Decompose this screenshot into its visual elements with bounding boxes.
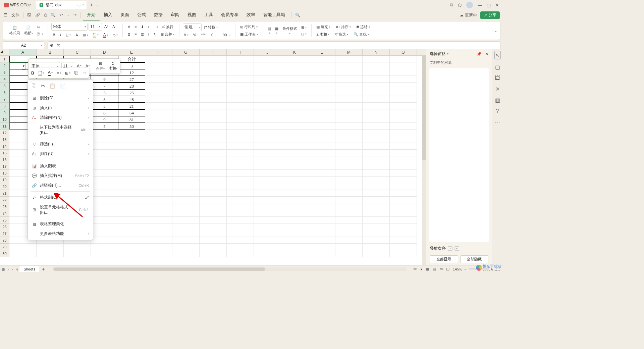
cell[interactable] <box>390 163 417 170</box>
cube-icon[interactable]: ⬡ <box>458 3 462 8</box>
cell[interactable] <box>281 89 308 96</box>
cell[interactable] <box>254 103 281 109</box>
col-header-H[interactable]: H <box>200 49 227 55</box>
cell[interactable] <box>145 230 172 237</box>
view-pagebreak-icon[interactable]: ▤ <box>433 267 436 271</box>
filter-button[interactable]: ▽ 筛选▾ <box>333 31 350 38</box>
border-button[interactable]: ⊞▾ <box>82 32 90 38</box>
tab-data[interactable]: 数据 <box>150 10 167 20</box>
col-header-A[interactable]: A <box>9 49 37 55</box>
wrap-button[interactable]: ⏎ 换行 <box>161 24 175 30</box>
cell[interactable] <box>390 69 417 76</box>
freeze-button[interactable]: ✱ 冻结▾ <box>355 24 371 30</box>
orientation[interactable]: ↻ <box>152 31 158 38</box>
cell[interactable] <box>281 183 308 190</box>
cm-copy-icon[interactable]: ⿻ <box>32 83 37 89</box>
row-header[interactable]: 9 <box>0 109 9 116</box>
cell[interactable] <box>363 183 390 190</box>
tab-smart[interactable]: 智能工具箱 <box>259 10 289 20</box>
cell[interactable] <box>254 183 281 190</box>
row-header[interactable]: 5 <box>0 83 9 89</box>
cell[interactable] <box>254 217 281 223</box>
row-header[interactable]: 27 <box>0 230 9 237</box>
cell[interactable] <box>91 217 118 223</box>
pin-icon[interactable]: 📌 <box>477 52 482 56</box>
cell[interactable] <box>227 237 254 244</box>
cell[interactable] <box>390 170 417 177</box>
cell[interactable] <box>308 150 335 156</box>
row-header[interactable]: 29 <box>0 244 9 250</box>
cell[interactable] <box>335 96 363 103</box>
cell[interactable] <box>227 116 254 123</box>
row-header[interactable]: 3 <box>0 69 9 76</box>
cell[interactable] <box>145 244 172 250</box>
effect-button[interactable]: ◇▾ <box>111 32 119 38</box>
cell[interactable] <box>308 143 335 150</box>
cell[interactable] <box>254 130 281 136</box>
cell[interactable] <box>308 109 335 116</box>
col-header-I[interactable]: I <box>227 49 254 55</box>
share-button[interactable]: ↗ 分享 <box>480 11 500 19</box>
cell[interactable] <box>335 190 363 197</box>
cell[interactable] <box>390 203 417 210</box>
preview-icon[interactable]: 🔍 <box>49 12 57 18</box>
cell[interactable] <box>390 183 417 190</box>
mini-sum[interactable]: Σ求和▾ <box>107 60 119 72</box>
cell[interactable] <box>335 56 363 62</box>
cell[interactable] <box>172 177 200 183</box>
tools-icon[interactable]: ✕ <box>495 86 500 92</box>
cell[interactable] <box>308 230 335 237</box>
cell[interactable] <box>363 123 390 130</box>
cm-sort[interactable]: A↓排序(U)› <box>28 149 93 159</box>
cell[interactable] <box>281 103 308 109</box>
strike-button[interactable]: A̶ <box>74 32 79 38</box>
tab-efficiency[interactable]: 效率 <box>243 10 259 20</box>
number-format-combo[interactable]: 常规▾ <box>183 23 202 31</box>
help-icon[interactable]: ? <box>496 108 499 114</box>
tab-member[interactable]: 会员专享 <box>217 10 243 20</box>
cell[interactable] <box>200 83 227 89</box>
row-header[interactable]: 19 <box>0 177 9 183</box>
cell[interactable] <box>172 237 200 244</box>
cell[interactable] <box>200 217 227 223</box>
ribbon-collapse[interactable]: ⌄ <box>494 28 497 33</box>
cell[interactable] <box>335 136 363 143</box>
cell[interactable] <box>335 170 363 177</box>
cell[interactable] <box>390 150 417 156</box>
cell[interactable] <box>335 250 363 257</box>
cell[interactable] <box>390 136 417 143</box>
format-brush-button[interactable]: 📋格式刷 <box>8 25 21 36</box>
cell[interactable] <box>172 163 200 170</box>
cell[interactable] <box>227 130 254 136</box>
cell[interactable] <box>363 210 390 217</box>
cell[interactable] <box>363 89 390 96</box>
sort-button[interactable]: A↓ 排序▾ <box>334 24 352 30</box>
cell[interactable] <box>91 177 118 183</box>
cell[interactable] <box>145 136 172 143</box>
cell[interactable]: 3 <box>91 103 118 109</box>
cell[interactable] <box>200 183 227 190</box>
cell[interactable]: 合计 <box>118 56 145 62</box>
cell[interactable] <box>91 244 118 250</box>
cell[interactable] <box>254 69 281 76</box>
cell[interactable] <box>390 217 417 223</box>
cell[interactable] <box>172 130 200 136</box>
cell[interactable] <box>308 130 335 136</box>
cell[interactable] <box>335 89 363 96</box>
cell[interactable] <box>363 237 390 244</box>
cell[interactable] <box>118 210 145 217</box>
cell[interactable] <box>363 250 390 257</box>
cell[interactable] <box>308 250 335 257</box>
close-button[interactable]: ✕ <box>495 3 499 8</box>
cell[interactable] <box>363 203 390 210</box>
col-header-G[interactable]: G <box>172 49 200 55</box>
cell[interactable] <box>200 223 227 230</box>
cell[interactable] <box>254 177 281 183</box>
cell[interactable] <box>363 217 390 223</box>
cell[interactable] <box>281 217 308 223</box>
percent-button[interactable]: % <box>192 32 198 38</box>
cell[interactable] <box>390 56 417 62</box>
cell[interactable] <box>227 244 254 250</box>
cell[interactable] <box>227 250 254 257</box>
cell[interactable] <box>172 217 200 223</box>
